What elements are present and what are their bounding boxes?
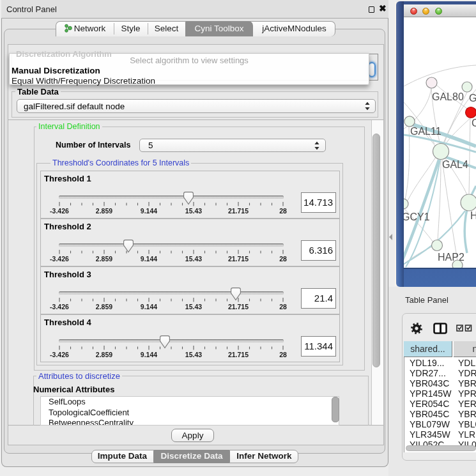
svg-text:GAL80: GAL80 [432, 91, 464, 102]
svg-text:HAP2: HAP2 [438, 252, 464, 263]
svg-text:HA: HA [470, 210, 476, 221]
svg-text:GAL4: GAL4 [442, 159, 468, 170]
svg-text:GCY1: GCY1 [404, 211, 430, 222]
svg-text:GAL11: GAL11 [410, 126, 441, 137]
svg-text:GA: GA [469, 93, 476, 104]
svg-text:CR: CR [472, 118, 476, 128]
